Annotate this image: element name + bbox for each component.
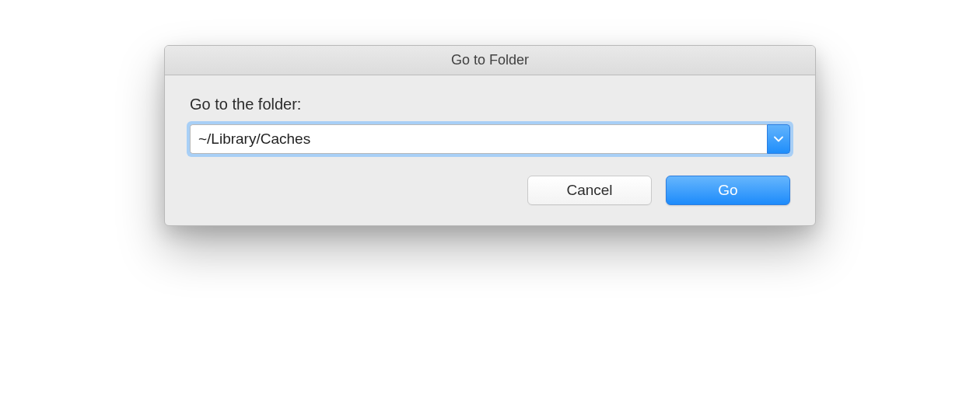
chevron-down-icon (774, 136, 783, 142)
dialog-titlebar: Go to Folder (165, 46, 815, 75)
dialog-title: Go to Folder (451, 52, 529, 68)
folder-path-input[interactable] (190, 124, 767, 154)
go-to-folder-dialog: Go to Folder Go to the folder: Cancel Go (164, 45, 816, 226)
dialog-content: Go to the folder: Cancel Go (165, 75, 815, 225)
folder-path-dropdown-button[interactable] (767, 124, 790, 154)
go-button[interactable]: Go (666, 176, 790, 205)
dialog-button-row: Cancel Go (190, 176, 790, 205)
folder-path-field-wrap (190, 124, 790, 154)
folder-path-label: Go to the folder: (190, 96, 790, 113)
folder-path-combo (190, 124, 790, 154)
cancel-button[interactable]: Cancel (527, 176, 652, 205)
